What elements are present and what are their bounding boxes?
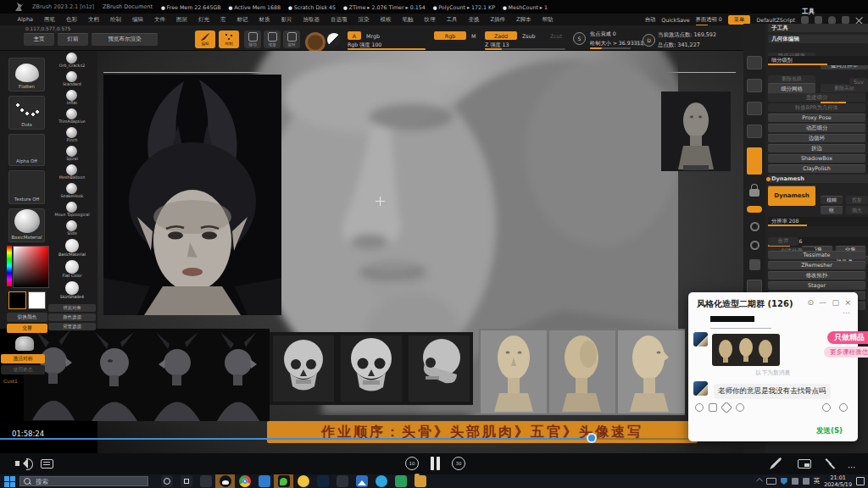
blue-app-icon[interactable] <box>259 475 270 487</box>
notification-center-icon[interactable] <box>856 477 865 485</box>
menu-item[interactable]: 编辑 <box>126 16 148 24</box>
skip-back-button[interactable]: 10 <box>405 457 419 470</box>
menu-item[interactable]: 色彩 <box>60 16 82 24</box>
quick-brush-item[interactable]: TrimAdaptive <box>58 108 85 127</box>
quick-brush-item[interactable]: Spiral <box>66 146 78 164</box>
hidden-icons-chevron[interactable] <box>755 478 762 485</box>
menu-item[interactable]: Alpha <box>12 16 38 24</box>
quick-material-item[interactable]: Flat Color <box>63 260 82 281</box>
active-preview-icon[interactable] <box>747 147 762 175</box>
menu-item[interactable]: 文档 <box>82 16 104 24</box>
tool-thumb-icon[interactable] <box>747 125 762 138</box>
texture-preview[interactable]: Texture Off <box>8 170 45 204</box>
menu-toggle-button[interactable]: 菜单 <box>728 15 751 25</box>
dynamesh-groups-toggle[interactable]: 组 <box>821 206 843 214</box>
promo-badge-secondary[interactable]: 更多课程微信 <box>824 347 868 358</box>
taskbar-clock[interactable]: 21:012024/5/19 <box>824 474 852 488</box>
stroke-dial-icon[interactable]: S <box>573 32 586 45</box>
rotate-button[interactable]: 旋转 <box>283 30 300 48</box>
menu-item[interactable]: 材质 <box>253 16 275 24</box>
photos-icon[interactable] <box>356 475 368 487</box>
chat-image-message[interactable] <box>712 334 780 366</box>
quick-brush-item[interactable]: Move Topological <box>55 202 90 220</box>
geometry-subsection-button[interactable]: 修改拓扑 <box>768 271 865 280</box>
reconstruct-subdiv-button[interactable]: 重建细分 <box>768 93 865 102</box>
mrgb-toggle[interactable]: Mrgb <box>363 31 383 40</box>
qq-icon[interactable] <box>220 475 231 487</box>
avatar[interactable] <box>693 381 708 396</box>
a-toggle[interactable]: A <box>348 31 361 40</box>
quick-brush-item[interactable]: MeshBalloon <box>59 164 85 183</box>
geometry-subsection-button[interactable]: Tessimate <box>768 251 865 259</box>
auto-label[interactable]: 自动 <box>645 16 656 24</box>
menu-item[interactable]: 模板 <box>375 16 397 24</box>
material-sphere-icon[interactable] <box>327 33 341 47</box>
search-input[interactable] <box>34 477 122 486</box>
scale-button[interactable]: 缩放 <box>264 30 281 48</box>
photoshop-icon[interactable] <box>317 475 329 487</box>
qq-chat-window[interactable]: 风格化造型二期群 (126) ⊙ — ▢ × ⋯ 以下为新消息 老师你的意思是我… <box>688 292 858 441</box>
video-progress-handle[interactable] <box>587 433 597 443</box>
resize-icon[interactable] <box>825 458 836 469</box>
brush-tool-icon[interactable] <box>749 259 760 270</box>
draw-dial-icon[interactable]: D <box>643 34 655 47</box>
ui-opacity-slider[interactable]: 界面透明 0 <box>696 16 722 24</box>
brush-preview-icon[interactable] <box>305 32 326 53</box>
current-brush-preview[interactable]: Flatten <box>8 58 45 92</box>
edit-button[interactable]: 编辑 <box>195 30 215 48</box>
dynamesh-blur-slider[interactable]: 模糊 <box>821 196 843 204</box>
menu-item[interactable]: 标记 <box>231 16 253 24</box>
subtool-section-header[interactable]: 子工具 <box>768 24 868 32</box>
pen-icon[interactable] <box>842 16 849 24</box>
quick-material-item[interactable]: BasicMaterial <box>58 239 86 260</box>
menu-item[interactable]: 图层 <box>170 16 192 24</box>
tray-app-icon[interactable] <box>792 478 798 485</box>
preview-boolean-button[interactable]: 预览布尔渲染 <box>92 33 158 46</box>
chat-bubble-icon[interactable] <box>736 403 744 412</box>
scissors-icon[interactable] <box>721 402 732 413</box>
geometry-subsection-button[interactable]: 边循环 <box>768 134 865 142</box>
battery-icon[interactable] <box>766 478 776 485</box>
promo-badge-primary[interactable]: 只做精品 <box>827 331 868 344</box>
taskbar-search[interactable] <box>19 476 148 486</box>
tool-thumb-icon[interactable] <box>747 56 762 69</box>
menu-item[interactable]: 影片 <box>275 16 298 24</box>
menu-item[interactable]: 帮助 <box>537 16 559 24</box>
emoji-icon[interactable] <box>695 403 704 412</box>
ring-icon[interactable] <box>750 222 760 231</box>
menu-item[interactable]: 变换 <box>463 16 485 24</box>
green-app-icon[interactable] <box>395 475 407 487</box>
wire-toggle-icon[interactable] <box>747 206 762 213</box>
home-button[interactable]: 主页 <box>24 33 54 46</box>
menu-item[interactable]: 纹理 <box>419 16 441 24</box>
menu-item[interactable]: 工具 <box>441 16 463 24</box>
menu-item[interactable]: 画笔 <box>38 16 60 24</box>
quicksave-button[interactable]: QuickSave <box>661 17 689 23</box>
menu-item[interactable]: 灯光 <box>192 16 214 24</box>
security-shield-icon[interactable] <box>781 478 787 485</box>
move-button[interactable]: 移动 <box>244 30 261 48</box>
hue-bar[interactable] <box>7 246 12 286</box>
geometry-subsection-button[interactable]: 折边 <box>768 144 865 152</box>
pip-frame-icon[interactable] <box>798 459 811 469</box>
quick-brush-item[interactable]: Inflat <box>66 90 77 108</box>
tool-thumb-icon[interactable] <box>747 280 762 293</box>
tray-app-icon[interactable] <box>803 478 810 485</box>
geometry-subsection-button[interactable]: Stager <box>768 281 865 290</box>
activate-symmetry-button[interactable]: 激活对称 <box>1 354 45 363</box>
geometry-subsection-button[interactable]: ZRemesher <box>768 261 865 269</box>
cortana-icon[interactable] <box>161 475 173 487</box>
zcut-toggle[interactable]: Zcut <box>547 31 565 40</box>
zsub-toggle[interactable]: Zsub <box>519 31 539 40</box>
color-action-button[interactable]: 背景选源 <box>48 323 96 330</box>
alt-button[interactable]: 交替 <box>7 324 47 333</box>
quick-material-item[interactable]: SkinShade4 <box>60 281 84 302</box>
wechat-icon[interactable] <box>278 475 290 487</box>
danmaku-toggle-icon[interactable] <box>41 459 53 469</box>
sdiv-slider[interactable]: 细分级别 <box>768 56 868 65</box>
app-icon[interactable] <box>200 475 212 487</box>
volume-icon[interactable] <box>15 458 27 469</box>
minimize-icon[interactable]: — <box>819 298 826 307</box>
start-button[interactable] <box>4 476 15 487</box>
secondary-color-swatch[interactable] <box>28 291 46 309</box>
